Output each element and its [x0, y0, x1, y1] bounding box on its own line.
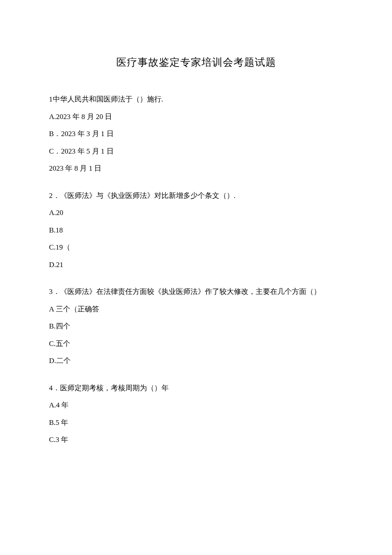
option-c: C.3 年	[49, 434, 343, 445]
option-c: C.五个	[49, 338, 343, 349]
question-text: 1中华人民共和国医师法于（）施行.	[49, 94, 343, 105]
option-b: B.5 年	[49, 417, 343, 428]
question-number: 4	[49, 384, 53, 392]
question-body: ．《医师法》与《执业医师法》对比新增多少个条文（）.	[53, 192, 236, 200]
question-number: 3	[49, 288, 53, 296]
question-number: 2	[49, 192, 53, 200]
question-text: 3．《医师法》在法律责任方面较《执业医师法》作了较大修改，主要在几个方面（）	[49, 286, 343, 297]
option-b: B．2023 年 3 月 1 日	[49, 128, 343, 139]
question-block-2: 2．《医师法》与《执业医师法》对比新增多少个条文（）. A.20 B.18 C.…	[49, 190, 343, 270]
option-c: C.19（	[49, 242, 343, 253]
question-number: 1	[49, 95, 53, 103]
option-a: A 三个（正确答	[49, 304, 343, 315]
question-text: 4．医师定期考核，考核周期为（）年	[49, 383, 343, 394]
option-b: B.18	[49, 225, 343, 236]
question-body: ．《医师法》在法律责任方面较《执业医师法》作了较大修改，主要在几个方面（）	[53, 288, 321, 296]
question-text: 2．《医师法》与《执业医师法》对比新增多少个条文（）.	[49, 190, 343, 201]
question-block-3: 3．《医师法》在法律责任方面较《执业医师法》作了较大修改，主要在几个方面（） A…	[49, 286, 343, 366]
document-title: 医疗事故鉴定专家培训会考题试题	[49, 55, 343, 69]
question-block-4: 4．医师定期考核，考核周期为（）年 A.4 年 B.5 年 C.3 年	[49, 383, 343, 445]
option-c: C．2023 年 5 月 1 日	[49, 146, 343, 157]
option-a: A.2023 年 8 月 20 日	[49, 111, 343, 122]
option-b: B.四个	[49, 321, 343, 332]
option-a: A.4 年	[49, 400, 343, 411]
option-a: A.20	[49, 207, 343, 218]
option-d: 2023 年 8 月 1 日	[49, 163, 343, 174]
option-d: D.21	[49, 259, 343, 270]
option-d: D.二个	[49, 355, 343, 366]
question-body: 中华人民共和国医师法于（）施行.	[53, 95, 163, 103]
question-block-1: 1中华人民共和国医师法于（）施行. A.2023 年 8 月 20 日 B．20…	[49, 94, 343, 174]
question-body: ．医师定期考核，考核周期为（）年	[53, 384, 169, 392]
